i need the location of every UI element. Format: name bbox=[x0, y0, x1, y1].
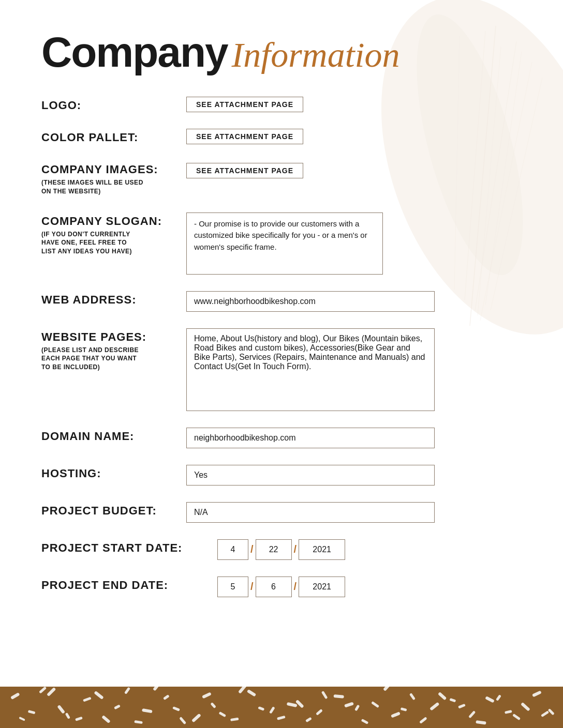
domain-name-input[interactable] bbox=[186, 428, 435, 448]
project-start-date-fields: / / bbox=[217, 539, 345, 560]
domain-name-label: DOMAIN NAME: bbox=[41, 428, 186, 443]
title-company: Company bbox=[41, 31, 228, 73]
company-slogan-sublabel: (IF YOU DON'T CURRENTLYHAVE ONE, FEEL FR… bbox=[41, 230, 186, 256]
color-pallet-attachment-button[interactable]: SEE ATTACHMENT PAGE bbox=[186, 129, 303, 144]
project-start-month-input[interactable] bbox=[217, 539, 248, 560]
project-start-year-input[interactable] bbox=[299, 539, 345, 560]
hosting-label: HOSTING: bbox=[41, 465, 186, 480]
website-pages-label-group: WEBSITE PAGES: (PLEASE LIST AND DESCRIBE… bbox=[41, 328, 186, 372]
project-end-date-row: PROJECT END DATE: / / bbox=[41, 577, 522, 597]
project-end-date-fields: / / bbox=[217, 577, 345, 597]
bottom-decorative-strip bbox=[0, 687, 563, 728]
website-pages-sublabel: (PLEASE LIST AND DESCRIBEEACH PAGE THAT … bbox=[41, 346, 186, 372]
website-pages-input[interactable]: Home, About Us(history and blog), Our Bi… bbox=[186, 328, 435, 411]
project-start-date-row: PROJECT START DATE: / / bbox=[41, 539, 522, 560]
hosting-input[interactable] bbox=[186, 465, 435, 486]
logo-row: LOGO: SEE ATTACHMENT PAGE bbox=[41, 97, 522, 112]
project-end-year-input[interactable] bbox=[299, 577, 345, 597]
company-slogan-label: COMPANY SLOGAN: bbox=[41, 213, 186, 228]
color-pallet-label: COLOR PALLET: bbox=[41, 129, 186, 144]
main-content: Company Information LOGO: SEE ATTACHMENT… bbox=[41, 31, 522, 597]
company-images-sublabel: (THESE IMAGES WILL BE USEDON THE WEBSITE… bbox=[41, 178, 186, 196]
company-slogan-row: COMPANY SLOGAN: (IF YOU DON'T CURRENTLYH… bbox=[41, 213, 522, 275]
company-slogan-label-group: COMPANY SLOGAN: (IF YOU DON'T CURRENTLYH… bbox=[41, 213, 186, 256]
color-pallet-row: COLOR PALLET: SEE ATTACHMENT PAGE bbox=[41, 129, 522, 144]
project-end-date-label: PROJECT END DATE: bbox=[41, 577, 217, 592]
date-sep-2: / bbox=[292, 543, 299, 555]
date-sep-4: / bbox=[292, 581, 299, 593]
company-images-label: COMPANY IMAGES: bbox=[41, 161, 186, 176]
page: Company Information LOGO: SEE ATTACHMENT… bbox=[0, 0, 563, 728]
title-information: Information bbox=[232, 37, 400, 72]
project-budget-label: PROJECT BUDGET: bbox=[41, 502, 186, 518]
project-end-month-input[interactable] bbox=[217, 577, 248, 597]
company-images-label-group: COMPANY IMAGES: (THESE IMAGES WILL BE US… bbox=[41, 161, 186, 196]
domain-name-row: DOMAIN NAME: bbox=[41, 428, 522, 448]
web-address-label: WEB ADDRESS: bbox=[41, 291, 186, 307]
project-budget-input[interactable] bbox=[186, 502, 435, 523]
title-row: Company Information bbox=[41, 31, 522, 73]
hosting-row: HOSTING: bbox=[41, 465, 522, 486]
company-images-row: COMPANY IMAGES: (THESE IMAGES WILL BE US… bbox=[41, 161, 522, 196]
website-pages-row: WEBSITE PAGES: (PLEASE LIST AND DESCRIBE… bbox=[41, 328, 522, 411]
web-address-row: WEB ADDRESS: bbox=[41, 291, 522, 312]
date-sep-3: / bbox=[248, 581, 256, 593]
project-budget-row: PROJECT BUDGET: bbox=[41, 502, 522, 523]
company-slogan-input[interactable]: - Our promise is to provide our customer… bbox=[186, 213, 383, 275]
company-images-attachment-button[interactable]: SEE ATTACHMENT PAGE bbox=[186, 163, 303, 178]
web-address-input[interactable] bbox=[186, 291, 435, 312]
website-pages-label: WEBSITE PAGES: bbox=[41, 328, 186, 344]
logo-attachment-button[interactable]: SEE ATTACHMENT PAGE bbox=[186, 97, 303, 112]
project-end-day-input[interactable] bbox=[256, 577, 292, 597]
project-start-date-label: PROJECT START DATE: bbox=[41, 539, 217, 555]
bottom-strip-svg bbox=[0, 687, 563, 728]
project-start-day-input[interactable] bbox=[256, 539, 292, 560]
logo-label: LOGO: bbox=[41, 97, 186, 112]
date-sep-1: / bbox=[248, 543, 256, 555]
